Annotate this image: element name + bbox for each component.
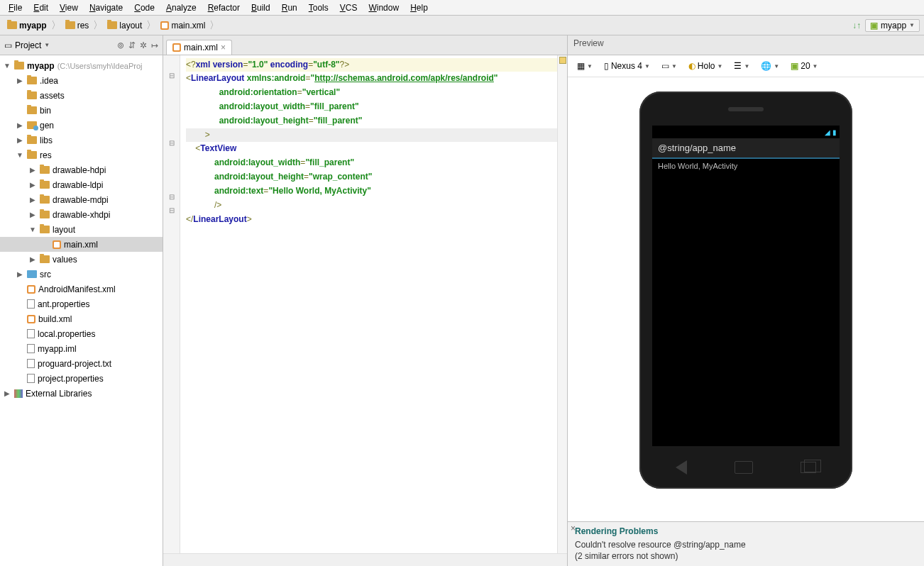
code-line[interactable]: <TextView xyxy=(186,143,236,153)
breadcrumb-item[interactable]: res xyxy=(62,19,92,32)
menu-tools[interactable]: Tools xyxy=(303,1,334,14)
expand-arrow[interactable]: ▼ xyxy=(28,226,37,233)
locale-button[interactable]: 🌐▼ xyxy=(757,60,783,72)
sync-icon[interactable]: ↓↑ xyxy=(852,21,861,30)
tree-item[interactable]: ▶drawable-ldpi xyxy=(0,177,163,192)
menu-edit[interactable]: Edit xyxy=(28,1,54,14)
code-line[interactable]: android:layout_height="wrap_content" xyxy=(186,172,372,182)
menu-vcs[interactable]: VCS xyxy=(334,1,363,14)
tree-item[interactable]: local.properties xyxy=(0,326,163,341)
tree-external-libs[interactable]: ▶ External Libraries xyxy=(0,386,163,401)
expand-arrow[interactable]: ▶ xyxy=(16,77,24,84)
breadcrumb-item[interactable]: main.xml xyxy=(158,19,208,32)
project-tree[interactable]: ▼ myapp (C:\Users\smyh\IdeaProj ▶.ideaas… xyxy=(0,55,163,566)
code-line[interactable]: </LinearLayout> xyxy=(186,214,252,224)
gutter-mark[interactable]: ⊟ xyxy=(163,136,180,150)
api-selector[interactable]: ▣20▼ xyxy=(787,60,821,72)
code-line[interactable]: /> xyxy=(186,200,221,210)
gear-icon[interactable]: ✲ xyxy=(140,40,147,50)
breadcrumb-item[interactable]: layout xyxy=(104,19,145,32)
tree-root[interactable]: ▼ myapp (C:\Users\smyh\IdeaProj xyxy=(0,58,163,73)
menu-refactor[interactable]: Refactor xyxy=(202,1,246,14)
target-icon[interactable]: ⊚ xyxy=(117,40,124,50)
editor-body[interactable]: ⊟⊟⊟⊟ <?xml version="1.0" encoding="utf-8… xyxy=(163,55,567,553)
gutter-mark[interactable] xyxy=(163,96,180,109)
gutter-mark[interactable]: ⊟ xyxy=(163,69,180,82)
gutter-mark[interactable] xyxy=(163,55,180,69)
menu-file[interactable]: File xyxy=(3,1,28,14)
expand-arrow[interactable]: ▶ xyxy=(3,389,11,397)
tree-item[interactable]: assets xyxy=(0,88,163,103)
expand-arrow[interactable]: ▼ xyxy=(3,62,11,70)
tree-item[interactable]: project.properties xyxy=(0,371,163,386)
editor-marker-strip[interactable] xyxy=(557,55,567,553)
tree-item[interactable]: AndroidManifest.xml xyxy=(0,282,163,296)
menu-navigate[interactable]: Navigate xyxy=(84,1,128,14)
expand-arrow[interactable]: ▶ xyxy=(28,255,37,263)
expand-arrow[interactable]: ▶ xyxy=(28,166,37,174)
orientation-button[interactable]: ▭▼ xyxy=(658,60,681,72)
gutter-mark[interactable] xyxy=(163,82,180,96)
code-line[interactable]: android:text="Hello World, MyActivity" xyxy=(186,186,371,196)
code-content[interactable]: <?xml version="1.0" encoding="utf-8"?> <… xyxy=(180,55,567,553)
expand-arrow[interactable]: ▶ xyxy=(16,136,24,144)
gutter-mark[interactable] xyxy=(163,177,180,190)
tree-item[interactable]: ant.properties xyxy=(0,296,163,311)
menu-run[interactable]: Run xyxy=(276,1,303,14)
expand-arrow[interactable]: ▼ xyxy=(16,151,24,159)
gutter-mark[interactable] xyxy=(163,123,180,136)
tree-item[interactable]: ▼res xyxy=(0,148,163,162)
menu-build[interactable]: Build xyxy=(246,1,276,14)
gutter-mark[interactable]: ⊟ xyxy=(163,190,180,204)
code-line[interactable]: <?xml version="1.0" encoding="utf-8"?> xyxy=(186,58,561,72)
layout-button[interactable]: ☰▼ xyxy=(730,60,753,72)
expand-arrow[interactable]: ▶ xyxy=(16,270,24,278)
tree-item[interactable]: ▶libs xyxy=(0,133,163,148)
tree-item[interactable]: main.xml xyxy=(0,237,163,252)
editor-tab-main-xml[interactable]: main.xml × xyxy=(166,40,232,55)
menu-help[interactable]: Help xyxy=(405,1,434,14)
gutter-mark[interactable] xyxy=(163,163,180,177)
code-line[interactable]: android:layout_height="fill_parent" xyxy=(186,116,362,126)
expand-arrow[interactable]: ▶ xyxy=(16,121,24,129)
tree-item[interactable]: ▶drawable-mdpi xyxy=(0,192,163,207)
breadcrumb-item[interactable]: myapp xyxy=(4,19,50,32)
tree-item[interactable]: ▶drawable-xhdpi xyxy=(0,207,163,222)
module-selector[interactable]: ▣ myapp ▼ xyxy=(865,19,920,32)
device-selector[interactable]: ▯ Nexus 4▼ xyxy=(600,60,654,72)
gutter-mark[interactable]: ⊟ xyxy=(163,204,180,217)
gutter-mark[interactable] xyxy=(163,109,180,123)
close-icon[interactable]: × xyxy=(571,523,576,533)
render-config-button[interactable]: ▦▼ xyxy=(573,60,596,72)
expand-arrow[interactable]: ▶ xyxy=(28,211,37,218)
tree-item[interactable]: bin xyxy=(0,103,163,118)
close-icon[interactable]: × xyxy=(221,43,226,52)
menu-analyze[interactable]: Analyze xyxy=(160,1,202,14)
menu-view[interactable]: View xyxy=(54,1,84,14)
editor-scrollbar[interactable] xyxy=(163,553,567,566)
tree-item[interactable]: ▶gen xyxy=(0,118,163,133)
collapse-icon[interactable]: ⇵ xyxy=(128,40,136,50)
code-line[interactable]: android:orientation="vertical" xyxy=(186,87,340,97)
tree-item[interactable]: ▶src xyxy=(0,267,163,282)
expand-arrow[interactable]: ▶ xyxy=(28,181,37,189)
menu-code[interactable]: Code xyxy=(128,1,160,14)
tree-item[interactable]: proguard-project.txt xyxy=(0,356,163,371)
theme-selector[interactable]: ◐ Holo▼ xyxy=(685,60,727,72)
gutter-mark[interactable] xyxy=(163,150,180,163)
tree-item[interactable]: build.xml xyxy=(0,311,163,326)
warning-marker[interactable] xyxy=(559,57,566,64)
expand-arrow[interactable]: ▶ xyxy=(28,196,37,204)
code-line[interactable]: android:layout_width="fill_parent" xyxy=(186,157,354,167)
code-line[interactable]: android:layout_width="fill_parent" xyxy=(186,101,359,111)
code-line[interactable]: <LinearLayout xmlns:android="http://sche… xyxy=(186,73,498,83)
tree-item[interactable]: ▶.idea xyxy=(0,73,163,88)
tree-item[interactable]: ▶drawable-hdpi xyxy=(0,162,163,177)
tree-item[interactable]: ▼layout xyxy=(0,222,163,237)
code-line[interactable]: > xyxy=(186,128,561,142)
tree-item[interactable]: myapp.iml xyxy=(0,341,163,356)
tree-item[interactable]: ▶values xyxy=(0,252,163,267)
chevron-down-icon[interactable]: ▼ xyxy=(44,42,50,48)
menu-window[interactable]: Window xyxy=(363,1,405,14)
hide-icon[interactable]: ↦ xyxy=(151,40,158,50)
